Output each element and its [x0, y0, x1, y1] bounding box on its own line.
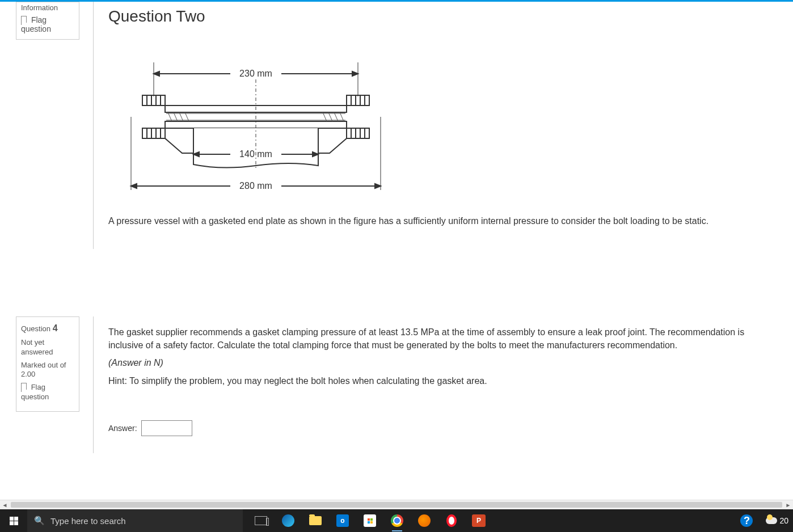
question-two-block: Question Two	[93, 2, 787, 249]
q4-unit-note: (Answer in N)	[108, 356, 776, 369]
svg-rect-0	[142, 95, 165, 105]
question-title: Question Two	[108, 7, 776, 26]
start-button[interactable]	[0, 509, 27, 532]
answer-input[interactable]	[141, 420, 192, 436]
help-icon: ?	[740, 514, 753, 527]
scroll-left-arrow[interactable]: ◄	[0, 500, 10, 510]
pressure-vessel-diagram: 230 mm 140 mm 280 mm	[108, 34, 403, 204]
horizontal-scrollbar[interactable]: ◄ ►	[0, 500, 793, 509]
weather-temp: 20	[779, 516, 788, 525]
powerpoint-button[interactable]: P	[467, 509, 490, 532]
folder-icon	[309, 516, 322, 525]
question-marks: Marked out of 2.00	[21, 361, 74, 380]
taskview-icon	[255, 516, 267, 525]
taskbar-search[interactable]: 🔍 Type here to search	[27, 509, 243, 532]
opera-button[interactable]	[440, 509, 463, 532]
dim-140: 140 mm	[239, 149, 272, 159]
file-explorer-button[interactable]	[304, 509, 327, 532]
help-button[interactable]: ?	[735, 509, 758, 532]
question-info-panel: Information Flag question	[16, 2, 79, 40]
question4-info-panel: Question 4 Not yet answered Marked out o…	[16, 316, 79, 412]
question-number: Question 4	[21, 323, 74, 335]
store-button[interactable]	[358, 509, 381, 532]
question-status: Not yet answered	[21, 338, 74, 357]
svg-rect-1	[142, 128, 165, 138]
powerpoint-icon: P	[472, 514, 486, 527]
outlook-button[interactable]: o	[331, 509, 354, 532]
taskbar-apps: o P	[250, 509, 490, 532]
scroll-right-arrow[interactable]: ►	[783, 500, 793, 510]
flag-question-link[interactable]: Flag question	[16, 14, 79, 39]
edge-button[interactable]	[277, 509, 300, 532]
flag-icon	[21, 383, 27, 390]
question4-block: The gasket supplier recommends a gasket …	[93, 316, 787, 453]
search-icon: 🔍	[34, 516, 45, 526]
windows-taskbar: 🔍 Type here to search o P ? 20	[0, 509, 793, 532]
q4-paragraph: The gasket supplier recommends a gasket …	[108, 326, 776, 352]
system-tray: ? 20	[735, 509, 793, 532]
opera-icon	[446, 514, 457, 527]
edge-icon	[282, 514, 294, 527]
flag-question-link[interactable]: Flag question	[21, 383, 74, 402]
question-two-text: A pressure vessel with a gasketed end pl…	[108, 214, 776, 227]
windows-icon	[10, 517, 18, 525]
dim-230: 230 mm	[239, 69, 272, 78]
outlook-icon: o	[336, 514, 349, 527]
firefox-icon	[418, 514, 431, 527]
svg-rect-11	[347, 128, 369, 138]
task-view-button[interactable]	[250, 509, 272, 532]
scroll-thumb[interactable]	[11, 502, 782, 508]
answer-label: Answer:	[108, 424, 137, 433]
chrome-icon	[391, 514, 403, 527]
page-content: Information Flag question Question Two	[0, 2, 793, 509]
dim-280: 280 mm	[239, 181, 272, 191]
weather-icon	[766, 517, 777, 524]
flag-icon	[21, 16, 27, 23]
weather-widget[interactable]: 20	[766, 516, 788, 525]
svg-rect-10	[347, 95, 369, 105]
q4-hint: Hint: To simplify the problem, you may n…	[108, 374, 776, 387]
search-placeholder: Type here to search	[50, 516, 126, 526]
firefox-button[interactable]	[413, 509, 436, 532]
chrome-button[interactable]	[386, 509, 408, 532]
info-label: Information	[16, 2, 79, 14]
store-icon	[364, 514, 376, 527]
answer-row: Answer:	[108, 420, 776, 436]
